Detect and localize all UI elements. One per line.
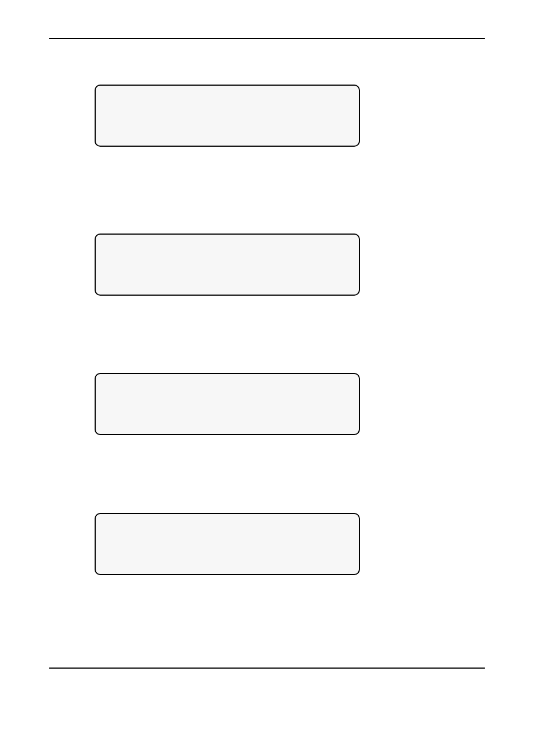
content-box-2 — [95, 234, 360, 296]
content-box-3 — [95, 373, 360, 435]
content-box-4 — [95, 513, 360, 575]
bottom-horizontal-rule — [49, 668, 485, 669]
content-box-1 — [95, 85, 360, 147]
top-horizontal-rule — [49, 38, 485, 39]
document-page — [0, 0, 534, 756]
